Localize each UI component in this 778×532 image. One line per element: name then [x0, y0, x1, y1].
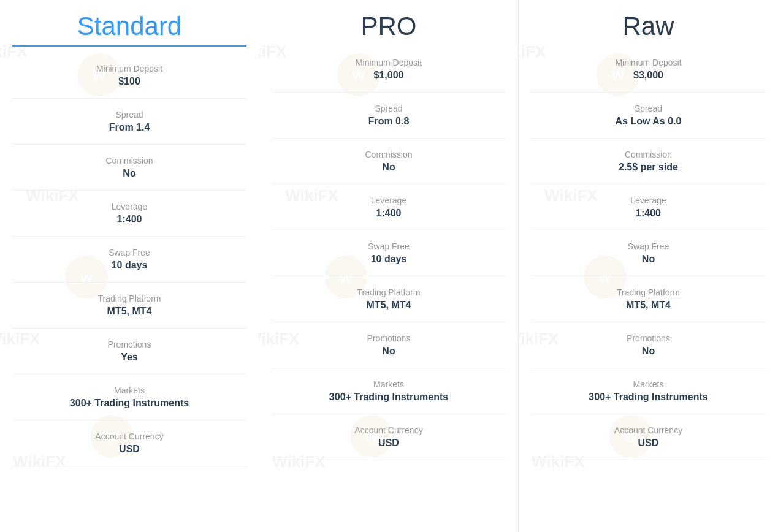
row-label-0-1: Spread: [18, 110, 240, 120]
row-value-2-2: 2.5$ per side: [537, 162, 760, 173]
row-label-0-2: Commission: [18, 156, 240, 165]
row-value-1-8: USD: [278, 438, 500, 449]
column-header-raw: Raw: [531, 0, 766, 47]
row-value-0-6: Yes: [18, 352, 240, 363]
row-value-1-0: $1,000: [278, 70, 500, 81]
row-label-1-0: Minimum Deposit: [278, 58, 500, 67]
row-value-0-2: No: [18, 168, 240, 179]
row-label-2-4: Swap Free: [537, 241, 760, 251]
row-raw-minimum-deposit: Minimum Deposit$3,000: [531, 47, 766, 93]
row-value-1-5: MT5, MT4: [278, 300, 500, 311]
row-value-0-0: $100: [18, 76, 240, 87]
column-title-pro: PRO: [272, 12, 506, 40]
row-label-1-4: Swap Free: [278, 241, 500, 251]
row-pro-account-currency: Account CurrencyUSD: [272, 414, 506, 460]
row-label-1-3: Leverage: [278, 196, 500, 205]
row-pro-minimum-deposit: Minimum Deposit$1,000: [272, 47, 506, 93]
row-pro-trading-platform: Trading PlatformMT5, MT4: [272, 276, 506, 322]
row-value-2-7: 300+ Trading Instruments: [537, 392, 760, 403]
row-standard-minimum-deposit: Minimum Deposit$100: [12, 53, 246, 99]
row-label-2-1: Spread: [537, 104, 760, 113]
row-pro-markets: Markets300+ Trading Instruments: [272, 368, 506, 414]
row-value-1-3: 1:400: [278, 208, 500, 219]
row-pro-commission: CommissionNo: [272, 139, 506, 184]
row-value-0-4: 10 days: [18, 260, 240, 271]
row-raw-spread: SpreadAs Low As 0.0: [531, 93, 766, 139]
row-pro-swap-free: Swap Free10 days: [272, 230, 506, 276]
row-label-0-7: Markets: [18, 386, 240, 395]
row-value-2-1: As Low As 0.0: [537, 116, 760, 127]
row-value-1-4: 10 days: [278, 254, 500, 265]
row-value-2-3: 1:400: [537, 208, 760, 219]
row-label-2-5: Trading Platform: [537, 287, 760, 297]
row-label-1-7: Markets: [278, 379, 500, 389]
row-label-0-6: Promotions: [18, 340, 240, 349]
row-raw-markets: Markets300+ Trading Instruments: [531, 368, 766, 414]
column-pro: WikiFXWikiFXWikiFXWikiFXWWWPROMinimum De…: [259, 0, 519, 532]
row-label-1-1: Spread: [278, 104, 500, 113]
row-label-0-8: Account Currency: [18, 431, 240, 441]
row-raw-swap-free: Swap FreeNo: [531, 230, 766, 276]
row-standard-spread: SpreadFrom 1.4: [12, 99, 246, 145]
row-label-0-0: Minimum Deposit: [18, 64, 240, 74]
row-value-2-4: No: [537, 254, 760, 265]
row-raw-promotions: PromotionsNo: [531, 322, 766, 368]
row-standard-account-currency: Account CurrencyUSD: [12, 420, 246, 466]
row-standard-trading-platform: Trading PlatformMT5, MT4: [12, 283, 246, 329]
row-value-1-2: No: [278, 162, 500, 173]
row-label-0-5: Trading Platform: [18, 294, 240, 303]
row-value-2-0: $3,000: [537, 70, 760, 81]
row-label-0-3: Leverage: [18, 202, 240, 211]
column-title-standard: Standard: [12, 12, 246, 40]
row-pro-leverage: Leverage1:400: [272, 184, 506, 230]
row-value-1-6: No: [278, 346, 500, 357]
row-value-2-6: No: [537, 346, 760, 357]
row-value-1-1: From 0.8: [278, 116, 500, 127]
row-label-2-6: Promotions: [537, 333, 760, 343]
row-label-1-6: Promotions: [278, 333, 500, 343]
row-label-2-3: Leverage: [537, 196, 760, 205]
row-raw-leverage: Leverage1:400: [531, 184, 766, 230]
row-value-0-7: 300+ Trading Instruments: [18, 398, 240, 409]
column-title-raw: Raw: [531, 12, 766, 40]
row-label-1-5: Trading Platform: [278, 287, 500, 297]
row-standard-leverage: Leverage1:400: [12, 191, 246, 237]
column-header-pro: PRO: [272, 0, 506, 47]
row-standard-swap-free: Swap Free10 days: [12, 237, 246, 283]
row-label-2-8: Account Currency: [537, 425, 760, 435]
column-raw: WikiFXWikiFXWikiFXWikiFXWWWRawMinimum De…: [519, 0, 778, 532]
row-label-2-0: Minimum Deposit: [537, 58, 760, 67]
row-value-0-8: USD: [18, 444, 240, 455]
row-raw-account-currency: Account CurrencyUSD: [531, 414, 766, 460]
row-label-1-2: Commission: [278, 150, 500, 159]
row-label-1-8: Account Currency: [278, 425, 500, 435]
row-value-1-7: 300+ Trading Instruments: [278, 392, 500, 403]
column-header-standard: Standard: [12, 0, 246, 53]
row-value-0-5: MT5, MT4: [18, 306, 240, 317]
row-standard-commission: CommissionNo: [12, 145, 246, 191]
row-value-2-8: USD: [537, 438, 760, 449]
row-pro-spread: SpreadFrom 0.8: [272, 93, 506, 139]
active-underline: [12, 45, 246, 47]
row-pro-promotions: PromotionsNo: [272, 322, 506, 368]
row-standard-markets: Markets300+ Trading Instruments: [12, 374, 246, 420]
column-standard: WikiFXWikiFXWikiFXWikiFXWWWStandardMinim…: [0, 0, 259, 532]
row-value-0-1: From 1.4: [18, 122, 240, 133]
row-label-2-7: Markets: [537, 379, 760, 389]
comparison-table: WikiFXWikiFXWikiFXWikiFXWWWStandardMinim…: [0, 0, 778, 532]
row-value-0-3: 1:400: [18, 214, 240, 225]
row-value-2-5: MT5, MT4: [537, 300, 760, 311]
row-standard-promotions: PromotionsYes: [12, 329, 246, 374]
row-raw-commission: Commission2.5$ per side: [531, 139, 766, 184]
row-label-0-4: Swap Free: [18, 248, 240, 257]
row-label-2-2: Commission: [537, 150, 760, 159]
row-raw-trading-platform: Trading PlatformMT5, MT4: [531, 276, 766, 322]
